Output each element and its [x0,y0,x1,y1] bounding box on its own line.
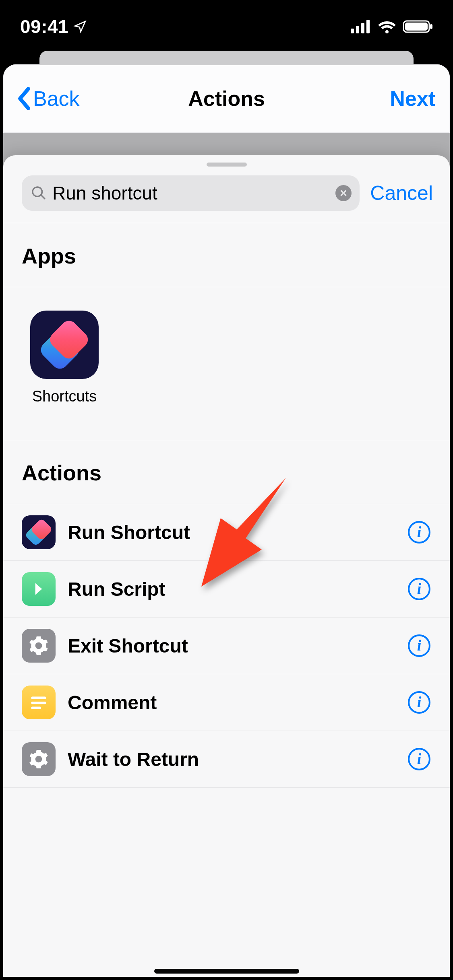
svg-rect-3 [366,20,370,33]
action-label: Run Shortcut [68,521,395,544]
action-label: Comment [68,692,395,714]
action-row-run-script[interactable]: Run Script i [3,561,450,618]
shortcuts-icon [22,515,56,549]
actions-list: Run Shortcut i Run Script i Exit Shortcu… [3,504,450,788]
wifi-icon [377,20,397,33]
action-label: Exit Shortcut [68,635,395,657]
comment-icon [22,686,56,719]
info-icon[interactable]: i [407,634,431,658]
action-row-run-shortcut[interactable]: Run Shortcut i [3,504,450,561]
app-tile-shortcuts[interactable]: Shortcuts [24,311,105,405]
action-row-wait-to-return[interactable]: Wait to Return i [3,731,450,788]
info-icon[interactable]: i [407,747,431,771]
svg-rect-14 [31,702,46,704]
cancel-search-button[interactable]: Cancel [370,181,438,205]
svg-rect-0 [351,29,354,33]
svg-rect-2 [361,23,364,33]
info-icon[interactable]: i [407,520,431,544]
action-label: Wait to Return [68,748,395,770]
info-icon[interactable]: i [407,577,431,601]
terminal-icon [22,572,56,606]
clear-search-button[interactable] [335,185,352,201]
svg-rect-13 [31,696,46,699]
svg-text:i: i [417,637,422,654]
gear-icon [22,629,56,663]
apps-row: Shortcuts [3,287,450,440]
nav-bar: Back Actions Next [3,64,450,133]
action-label: Run Script [68,578,395,600]
svg-text:i: i [417,523,422,540]
status-time-area: 09:41 [20,16,87,37]
search-input-text: Run shortcut [52,182,330,204]
next-button[interactable]: Next [390,86,435,111]
search-sheet: Run shortcut Cancel Apps Shortcuts Actio… [3,155,450,977]
home-indicator [154,969,299,974]
svg-text:i: i [417,694,422,710]
section-title-apps: Apps [3,223,450,287]
info-icon[interactable]: i [407,690,431,714]
sheet-grabber[interactable] [207,163,247,167]
back-label: Back [33,86,80,111]
svg-text:i: i [417,580,422,597]
search-row: Run shortcut Cancel [3,167,450,223]
svg-rect-5 [405,23,428,31]
section-title-actions: Actions [3,440,450,504]
back-button[interactable]: Back [18,86,80,111]
app-label: Shortcuts [32,388,97,405]
svg-rect-15 [31,706,41,709]
search-icon [31,185,47,201]
action-row-exit-shortcut[interactable]: Exit Shortcut i [3,618,450,674]
cellular-icon [351,20,371,33]
battery-icon [403,20,433,33]
shortcuts-app-icon [30,311,99,379]
svg-rect-6 [430,24,432,29]
close-icon [339,189,348,198]
gear-icon [22,742,56,776]
action-row-comment[interactable]: Comment i [3,674,450,731]
chevron-left-icon [18,87,31,110]
status-bar: 09:41 [0,0,453,53]
svg-text:i: i [417,750,422,767]
svg-rect-1 [356,26,359,33]
status-time: 09:41 [20,16,68,37]
search-field[interactable]: Run shortcut [22,175,360,211]
status-right [351,20,433,33]
location-icon [73,20,87,33]
